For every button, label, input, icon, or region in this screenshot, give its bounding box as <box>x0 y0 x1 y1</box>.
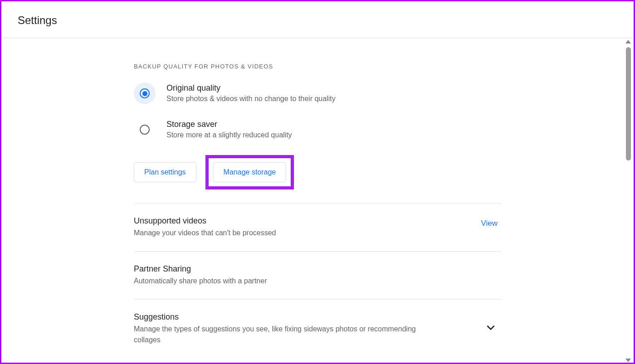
content-wrapper: BACKUP QUALITY FOR PHOTOS & VIDEOS Origi… <box>1 38 634 364</box>
setting-text: Suggestions Manage the types of suggesti… <box>134 312 424 345</box>
option-desc-storage-saver: Store more at a slightly reduced quality <box>166 131 292 139</box>
option-title-original: Original quality <box>166 83 336 93</box>
scroll-down-icon[interactable] <box>625 359 631 362</box>
radio-dot-icon <box>142 91 147 96</box>
setting-row-suggestions[interactable]: Suggestions Manage the types of suggesti… <box>134 300 501 358</box>
scrollbar[interactable] <box>624 38 632 364</box>
setting-row-unsupported-videos[interactable]: Unsupported videos Manage your videos th… <box>134 204 501 252</box>
setting-row-partner-sharing[interactable]: Partner Sharing Automatically share phot… <box>134 252 501 300</box>
scroll-thumb[interactable] <box>626 47 631 160</box>
setting-desc-suggestions: Manage the types of suggestions you see,… <box>134 324 424 345</box>
manage-storage-button[interactable]: Manage storage <box>213 162 287 182</box>
option-desc-original: Store photos & videos with no change to … <box>166 95 336 103</box>
content: BACKUP QUALITY FOR PHOTOS & VIDEOS Origi… <box>134 38 501 358</box>
radio-label: Original quality Store photos & videos w… <box>166 83 336 103</box>
chevron-down-icon[interactable] <box>485 321 497 333</box>
setting-title-suggestions: Suggestions <box>134 312 424 322</box>
setting-title-partner-sharing: Partner Sharing <box>134 264 267 274</box>
view-button[interactable]: View <box>477 216 501 231</box>
button-row: Plan settings Manage storage <box>134 155 501 189</box>
highlight-annotation: Manage storage <box>205 155 294 189</box>
setting-text: Unsupported videos Manage your videos th… <box>134 216 276 238</box>
option-title-storage-saver: Storage saver <box>166 120 292 129</box>
backup-quality-section-label: BACKUP QUALITY FOR PHOTOS & VIDEOS <box>134 63 501 70</box>
plan-settings-button[interactable]: Plan settings <box>134 162 196 182</box>
setting-desc-unsupported: Manage your videos that can't be process… <box>134 228 276 238</box>
radio-label: Storage saver Store more at a slightly r… <box>166 119 292 139</box>
radio-option-storage-saver[interactable]: Storage saver Store more at a slightly r… <box>134 119 501 141</box>
setting-title-unsupported: Unsupported videos <box>134 216 276 226</box>
radio-circle-icon <box>140 125 150 135</box>
radio-button-original[interactable] <box>134 83 156 104</box>
radio-circle-icon <box>140 88 150 98</box>
scroll-up-icon[interactable] <box>625 40 631 44</box>
header: Settings <box>1 1 634 38</box>
radio-button-storage-saver[interactable] <box>134 119 156 141</box>
setting-desc-partner-sharing: Automatically share photos with a partne… <box>134 276 267 286</box>
setting-text: Partner Sharing Automatically share phot… <box>134 264 267 286</box>
page-title: Settings <box>18 14 617 27</box>
radio-option-original-quality[interactable]: Original quality Store photos & videos w… <box>134 83 501 104</box>
